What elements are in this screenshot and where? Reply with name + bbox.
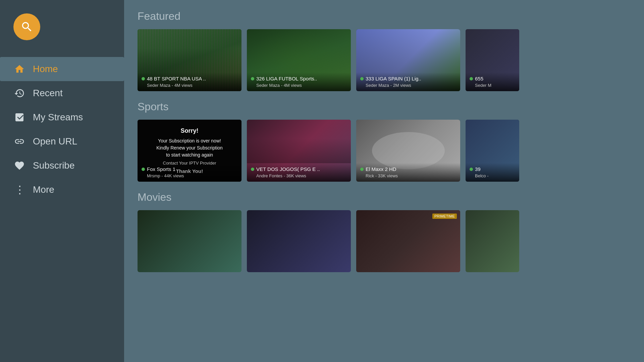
sorry-title: Sorry! — [180, 126, 198, 135]
sports-card-3-sub: Rick - 33K views — [360, 173, 456, 178]
live-dot — [360, 168, 364, 171]
live-dot — [470, 77, 473, 80]
movies-title: Movies — [138, 191, 644, 203]
sidebar-item-open-url-label: Open URL — [33, 136, 77, 147]
sports-card-1-title: Fox Sports 1 — [147, 166, 175, 172]
sidebar-item-open-url[interactable]: Open URL — [0, 129, 124, 154]
recent-icon — [13, 87, 25, 99]
featured-card-2-overlay: 326 LIGA FUTBOL Sports.. Seder Maza - 4M… — [247, 72, 351, 91]
featured-card-3-sub: Seder Maza - 2M views — [360, 83, 456, 88]
sorry-line2: Your Subscription is over now! — [158, 137, 221, 144]
featured-card-3-overlay: 333 LIGA SPAIN (1) Lig.. Seder Maza - 2M… — [356, 72, 460, 91]
sidebar-item-subscribe-label: Subscribe — [33, 160, 75, 171]
movies-card-3[interactable]: PRIMETIME — [356, 210, 460, 272]
sports-card-4-overlay: 39 Belco - — [466, 163, 519, 182]
sidebar-item-more[interactable]: ⋮ More — [0, 178, 124, 202]
featured-card-1[interactable]: 48 BT SPORT NBA USA .. Seder Maza - 4M v… — [138, 29, 241, 91]
featured-card-3-title: 333 LIGA SPAIN (1) Lig.. — [366, 76, 421, 81]
sports-card-2[interactable]: VET DOS JOGOS( PSG E .. Andre Fontes - 3… — [247, 120, 351, 182]
heart-icon — [13, 160, 25, 172]
sidebar-item-recent-label: Recent — [33, 88, 63, 99]
featured-title: Featured — [138, 10, 644, 22]
sidebar-item-recent[interactable]: Recent — [0, 81, 124, 105]
sidebar-item-my-streams-label: My Streams — [33, 112, 83, 123]
sidebar-item-subscribe[interactable]: Subscribe — [0, 154, 124, 178]
sorry-line3: Kindly Renew your Subscription — [156, 144, 223, 152]
featured-card-4-partial[interactable]: 655 Seder M — [466, 29, 519, 91]
featured-card-4-overlay: 655 Seder M — [466, 72, 519, 91]
my-streams-icon — [13, 111, 25, 123]
sports-card-3-overlay: El Maxx 2 HD Rick - 33K views — [356, 163, 460, 182]
sports-card-2-sub: Andre Fontes - 36K views — [251, 173, 347, 178]
main-content: Featured 48 BT SPORT NBA USA .. — [124, 0, 644, 362]
sports-card-3[interactable]: El Maxx 2 HD Rick - 33K views — [356, 120, 460, 182]
movies-card-2[interactable] — [247, 210, 351, 272]
featured-card-2-sub: Seder Maza - 4M views — [251, 83, 347, 88]
sports-card-2-title: VET DOS JOGOS( PSG E .. — [256, 166, 320, 172]
sports-card-1[interactable]: Sorry! Your Subscription is over now! Ki… — [138, 120, 241, 182]
live-dot — [142, 77, 145, 80]
featured-card-1-title: 48 BT SPORT NBA USA .. — [147, 76, 206, 81]
movies-card-4-partial[interactable] — [466, 210, 519, 272]
featured-card-1-overlay: 48 BT SPORT NBA USA .. Seder Maza - 4M v… — [138, 72, 241, 91]
featured-card-4-sub: Seder M — [470, 83, 515, 88]
movies-section: Movies PRIMETIME — [127, 191, 644, 272]
sidebar-item-more-label: More — [33, 184, 54, 195]
featured-card-4-title: 655 — [475, 76, 483, 81]
sorry-line4: to start watching again — [166, 152, 213, 159]
live-dot — [251, 168, 254, 171]
sports-card-2-overlay: VET DOS JOGOS( PSG E .. Andre Fontes - 3… — [247, 163, 351, 182]
live-dot — [142, 168, 145, 171]
sidebar: Home Recent My Streams Open URL — [0, 0, 124, 362]
link-icon — [13, 135, 25, 147]
search-icon — [20, 20, 33, 33]
sidebar-item-home-label: Home — [33, 64, 58, 74]
home-icon — [13, 63, 25, 75]
movies-card-1[interactable] — [138, 210, 241, 272]
featured-card-2[interactable]: 326 LIGA FUTBOL Sports.. Seder Maza - 4M… — [247, 29, 351, 91]
featured-section: Featured 48 BT SPORT NBA USA .. — [127, 10, 644, 91]
featured-card-3[interactable]: 333 LIGA SPAIN (1) Lig.. Seder Maza - 2M… — [356, 29, 460, 91]
featured-cards-row: 48 BT SPORT NBA USA .. Seder Maza - 4M v… — [138, 29, 644, 91]
sports-card-4-title: 39 — [475, 166, 481, 172]
sports-card-4-partial[interactable]: 39 Belco - — [466, 120, 519, 182]
featured-card-2-title: 326 LIGA FUTBOL Sports.. — [256, 76, 317, 81]
live-dot — [470, 168, 473, 171]
sports-card-3-title: El Maxx 2 HD — [366, 166, 396, 172]
sports-cards-row: Sorry! Your Subscription is over now! Ki… — [138, 120, 644, 182]
sports-section: Sports Sorry! Your Subscription is over … — [127, 101, 644, 182]
sports-title: Sports — [138, 101, 644, 113]
sidebar-item-my-streams[interactable]: My Streams — [0, 105, 124, 129]
sports-card-4-sub: Belco - — [470, 173, 515, 178]
more-icon: ⋮ — [13, 184, 25, 196]
sports-card-1-overlay: Fox Sports 1 Mrsmp - 44K views — [138, 163, 241, 182]
movies-cards-row: PRIMETIME — [138, 210, 644, 272]
sports-card-1-sub: Mrsmp - 44K views — [142, 173, 237, 178]
featured-card-1-sub: Seder Maza - 4M views — [142, 83, 237, 88]
live-dot — [251, 77, 254, 80]
live-dot — [360, 77, 364, 80]
sidebar-item-home[interactable]: Home — [0, 57, 124, 81]
search-button[interactable] — [13, 13, 40, 40]
